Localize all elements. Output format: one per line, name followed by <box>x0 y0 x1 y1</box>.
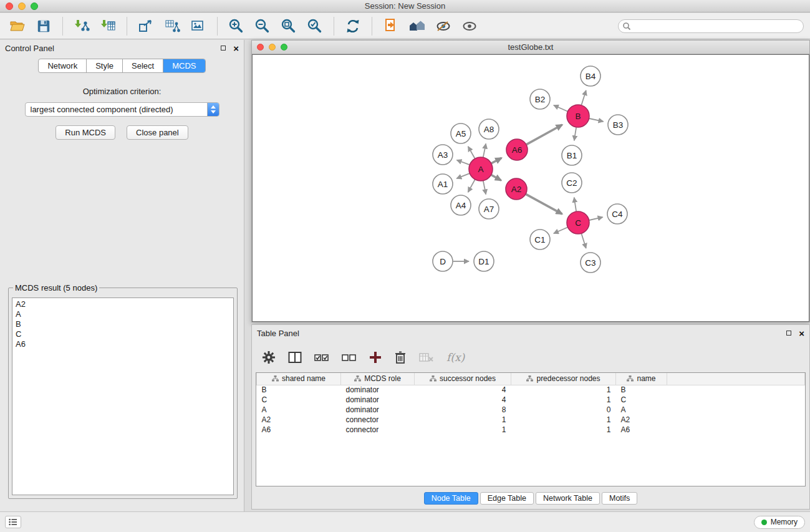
tab-motifs[interactable]: Motifs <box>602 492 637 505</box>
eye-icon[interactable] <box>458 16 481 36</box>
graph-edge-A-A7[interactable] <box>483 181 486 194</box>
cell-predecessor-nodes[interactable]: 0 <box>511 405 616 415</box>
cell-MCDS-role[interactable]: connector <box>341 415 415 425</box>
zoom-out-icon[interactable] <box>251 16 274 36</box>
cell-shared-name[interactable]: C <box>257 395 341 405</box>
result-item[interactable]: C <box>16 329 230 339</box>
network-canvas[interactable]: B4B2BB3A5A8A6B1A3AC2A1A2A4A7C4CC1C3DD1 <box>252 54 809 322</box>
cell-shared-name[interactable]: B <box>257 385 341 395</box>
graph-node-C1[interactable]: C1 <box>530 230 550 249</box>
cell-name[interactable]: C <box>616 395 667 405</box>
zoom-in-icon[interactable] <box>225 16 248 36</box>
tab-edge-table[interactable]: Edge Table <box>480 492 534 505</box>
graph-node-A8[interactable]: A8 <box>479 119 499 139</box>
cell-name[interactable]: A <box>616 405 667 415</box>
cell-name[interactable]: B <box>616 385 667 395</box>
cell-shared-name[interactable]: A6 <box>257 425 341 435</box>
network-table-icon[interactable] <box>161 16 183 36</box>
cell-predecessor-nodes[interactable]: 1 <box>511 425 616 435</box>
document-arrow-icon[interactable] <box>380 16 402 36</box>
minimize-window-button[interactable] <box>269 44 276 51</box>
save-session-icon[interactable] <box>32 16 55 36</box>
graph-edge-C-C1[interactable] <box>554 228 567 234</box>
zoom-window-button[interactable] <box>31 2 38 10</box>
graph-edge-A-A3[interactable] <box>457 160 470 165</box>
graph-edge-A-A6[interactable] <box>491 158 501 163</box>
column-header[interactable]: successor nodes <box>415 373 511 385</box>
open-session-icon[interactable] <box>6 16 29 36</box>
graph-edge-A-A5[interactable] <box>468 147 475 158</box>
graph-edge-B-B2[interactable] <box>554 105 567 112</box>
graph-edge-C-C3[interactable] <box>582 234 586 248</box>
graph-edge-A-A4[interactable] <box>468 180 475 192</box>
cell-MCDS-role[interactable]: dominator <box>341 385 415 395</box>
cell-shared-name[interactable]: A <box>257 405 341 415</box>
cell-shared-name[interactable]: A2 <box>257 415 341 425</box>
export-network-icon[interactable] <box>135 16 157 36</box>
graph-node-C2[interactable]: C2 <box>562 173 582 193</box>
graph-node-C[interactable]: C <box>567 211 589 234</box>
graph-edge-A2-C[interactable] <box>526 194 562 214</box>
graph-node-A7[interactable]: A7 <box>479 199 499 219</box>
graph-node-D1[interactable]: D1 <box>474 251 494 271</box>
tab-select[interactable]: Select <box>123 59 163 72</box>
home-icon[interactable] <box>406 16 428 36</box>
delete-column-icon[interactable] <box>394 351 407 364</box>
graph-node-B3[interactable]: B3 <box>608 115 628 135</box>
graph-node-A6[interactable]: A6 <box>506 139 528 160</box>
graph-edge-A6-B[interactable] <box>526 125 562 145</box>
memory-button[interactable]: Memory <box>754 516 805 529</box>
column-header[interactable]: name <box>616 373 667 385</box>
graph-edge-B-B3[interactable] <box>589 118 604 122</box>
export-image-icon[interactable] <box>187 16 210 36</box>
select-all-icon[interactable] <box>314 352 329 363</box>
zoom-fit-icon[interactable] <box>277 16 300 36</box>
import-table-icon[interactable] <box>97 16 119 36</box>
column-header[interactable]: shared name <box>257 373 341 385</box>
graph-node-A3[interactable]: A3 <box>433 145 453 165</box>
graph-edge-B-B1[interactable] <box>574 127 576 140</box>
add-column-icon[interactable] <box>369 351 382 364</box>
graph-node-B4[interactable]: B4 <box>581 66 600 86</box>
close-window-button[interactable] <box>257 44 264 51</box>
graph-node-C3[interactable]: C3 <box>581 253 600 273</box>
column-header[interactable]: predecessor nodes <box>511 373 616 385</box>
columns-icon[interactable] <box>288 351 302 364</box>
float-panel-icon[interactable] <box>221 46 226 51</box>
graph-node-B1[interactable]: B1 <box>562 145 582 165</box>
graph-node-D[interactable]: D <box>433 251 453 271</box>
criterion-dropdown[interactable]: largest connected component (directed) <box>25 102 219 117</box>
run-mcds-button[interactable]: Run MCDS <box>55 125 115 140</box>
cell-successor-nodes[interactable]: 1 <box>415 415 511 425</box>
cell-name[interactable]: A6 <box>616 425 667 435</box>
graph-node-A[interactable]: A <box>469 157 493 181</box>
minimize-window-button[interactable] <box>18 2 26 10</box>
cell-predecessor-nodes[interactable]: 1 <box>511 385 616 395</box>
graph-node-B[interactable]: B <box>567 105 589 127</box>
close-panel-icon[interactable]: × <box>799 329 804 338</box>
cell-MCDS-role[interactable]: connector <box>341 425 415 435</box>
graph-edge-A-A1[interactable] <box>456 173 470 178</box>
cell-successor-nodes[interactable]: 4 <box>415 395 511 405</box>
graph-node-C4[interactable]: C4 <box>607 204 627 224</box>
tab-network[interactable]: Network <box>39 59 87 72</box>
float-panel-icon[interactable] <box>786 331 791 336</box>
refresh-icon[interactable] <box>342 16 364 36</box>
close-panel-button[interactable]: Close panel <box>127 125 188 140</box>
zoom-selected-icon[interactable] <box>304 16 326 36</box>
cell-predecessor-nodes[interactable]: 1 <box>511 415 616 425</box>
task-history-button[interactable] <box>5 516 21 528</box>
cell-name[interactable]: A2 <box>616 415 667 425</box>
graph-node-A2[interactable]: A2 <box>506 178 527 200</box>
graph-node-A4[interactable]: A4 <box>451 195 471 215</box>
graph-edge-C-C2[interactable] <box>574 198 576 211</box>
tab-style[interactable]: Style <box>87 59 123 72</box>
tab-network-table[interactable]: Network Table <box>536 492 600 505</box>
graph-node-B2[interactable]: B2 <box>530 89 550 109</box>
graph-edge-A-A2[interactable] <box>491 175 501 181</box>
graph-node-A5[interactable]: A5 <box>451 123 471 143</box>
deselect-all-icon[interactable] <box>342 352 357 363</box>
column-header[interactable]: MCDS role <box>341 373 415 385</box>
cell-successor-nodes[interactable]: 8 <box>415 405 511 415</box>
gear-icon[interactable] <box>262 351 276 364</box>
